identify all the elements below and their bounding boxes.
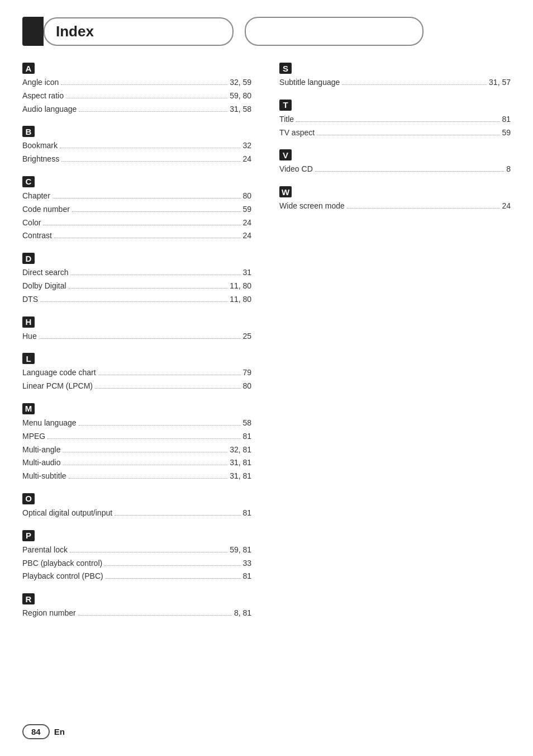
entry-page: 80 bbox=[243, 190, 252, 203]
index-section-c: CChapter80Code number59Color24Contrast24 bbox=[22, 176, 251, 243]
index-section-d: DDirect search31Dolby Digital11, 80DTS11… bbox=[22, 253, 251, 306]
entry-dots bbox=[115, 515, 240, 516]
entry-dots bbox=[315, 171, 504, 172]
entry-page: 79 bbox=[243, 366, 252, 380]
index-entry: Dolby Digital11, 80 bbox=[22, 280, 251, 293]
page-number: 84 bbox=[22, 724, 50, 739]
section-letter: V bbox=[279, 149, 292, 160]
index-entry: Hue25 bbox=[22, 330, 251, 343]
main-content: AAngle icon32, 59Aspect ratio59, 80Audio… bbox=[22, 63, 511, 630]
entry-name: Optical digital output/input bbox=[22, 507, 112, 520]
entry-dots bbox=[61, 84, 227, 85]
entry-name: Multi-angle bbox=[22, 443, 60, 457]
index-entry: Aspect ratio59, 80 bbox=[22, 89, 251, 103]
index-entry: PBC (playback control)33 bbox=[22, 557, 251, 570]
index-entry: Multi-audio31, 81 bbox=[22, 456, 251, 470]
index-entry: Brightness24 bbox=[22, 153, 251, 166]
entry-page: 8 bbox=[506, 163, 511, 176]
entry-page: 80 bbox=[243, 380, 252, 393]
header-right-box bbox=[245, 17, 423, 46]
index-section-t: TTitle81TV aspect59 bbox=[279, 100, 511, 140]
section-letter: O bbox=[22, 493, 35, 504]
entry-page: 31, 81 bbox=[230, 470, 251, 483]
section-letter: D bbox=[22, 253, 35, 264]
entry-dots bbox=[40, 301, 227, 302]
language-label: En bbox=[54, 727, 65, 736]
right-column: SSubtitle language31, 57TTitle81TV aspec… bbox=[268, 63, 511, 630]
entry-page: 59, 81 bbox=[230, 544, 251, 557]
index-section-p: PParental lock59, 81PBC (playback contro… bbox=[22, 530, 251, 583]
index-entry: Video CD8 bbox=[279, 163, 511, 176]
entry-name: Linear PCM (LPCM) bbox=[22, 380, 93, 393]
section-letter: W bbox=[279, 186, 292, 197]
entry-name: Multi-audio bbox=[22, 456, 60, 470]
index-section-b: BBookmark32Brightness24 bbox=[22, 126, 251, 166]
entry-page: 81 bbox=[243, 570, 252, 583]
entry-name: Bookmark bbox=[22, 139, 58, 153]
page: Index AAngle icon32, 59Aspect ratio59, 8… bbox=[0, 0, 533, 756]
index-entry: Direct search31 bbox=[22, 266, 251, 280]
section-letter: M bbox=[22, 403, 35, 414]
header-row: Index bbox=[22, 17, 511, 46]
index-entry: Multi-angle32, 81 bbox=[22, 443, 251, 457]
entry-page: 31, 81 bbox=[230, 456, 251, 470]
header-left: Index bbox=[22, 17, 234, 46]
entry-page: 58 bbox=[243, 417, 252, 430]
entry-dots bbox=[39, 338, 241, 339]
entry-dots bbox=[296, 121, 499, 122]
entry-page: 81 bbox=[243, 507, 252, 520]
header-black-tab bbox=[22, 17, 44, 46]
entry-page: 59 bbox=[502, 126, 511, 140]
entry-dots bbox=[63, 452, 227, 452]
entry-page: 31 bbox=[243, 266, 252, 280]
section-letter: H bbox=[22, 316, 35, 328]
index-section-v: VVideo CD8 bbox=[279, 149, 511, 176]
section-letter: C bbox=[22, 176, 35, 187]
section-letter: S bbox=[279, 63, 292, 74]
entry-name: Code number bbox=[22, 203, 70, 216]
index-entry: TV aspect59 bbox=[279, 126, 511, 140]
entry-name: PBC (playback control) bbox=[22, 557, 102, 570]
index-entry: Chapter80 bbox=[22, 190, 251, 203]
entry-dots bbox=[98, 375, 241, 375]
index-entry: DTS11, 80 bbox=[22, 293, 251, 306]
section-letter: B bbox=[22, 126, 35, 137]
entry-name: Title bbox=[279, 113, 294, 126]
entry-page: 31, 57 bbox=[489, 76, 511, 89]
entry-dots bbox=[70, 275, 240, 275]
section-letter: T bbox=[279, 100, 292, 111]
entry-dots bbox=[104, 565, 240, 566]
entry-page: 32 bbox=[243, 139, 252, 153]
entry-dots bbox=[69, 288, 228, 289]
entry-page: 11, 80 bbox=[230, 280, 251, 293]
entry-dots bbox=[95, 388, 240, 389]
entry-name: Subtitle language bbox=[279, 76, 340, 89]
entry-name: TV aspect bbox=[279, 126, 315, 140]
entry-page: 32, 59 bbox=[230, 76, 251, 89]
index-section-s: SSubtitle language31, 57 bbox=[279, 63, 511, 89]
entry-dots bbox=[61, 161, 240, 162]
index-section-o: OOptical digital output/input81 bbox=[22, 493, 251, 520]
section-letter: L bbox=[22, 353, 35, 364]
entry-dots bbox=[72, 211, 241, 212]
entry-dots bbox=[63, 465, 227, 465]
entry-dots bbox=[60, 148, 240, 148]
index-entry: Bookmark32 bbox=[22, 139, 251, 153]
entry-page: 59, 80 bbox=[230, 89, 251, 103]
entry-name: Chapter bbox=[22, 190, 50, 203]
entry-dots bbox=[347, 208, 500, 209]
index-entry: Menu language58 bbox=[22, 417, 251, 430]
section-letter: R bbox=[22, 593, 35, 604]
entry-name: MPEG bbox=[22, 430, 45, 443]
index-entry: Audio language31, 58 bbox=[22, 103, 251, 116]
entry-name: Region number bbox=[22, 607, 76, 620]
entry-dots bbox=[79, 425, 241, 426]
index-entry: Contrast24 bbox=[22, 229, 251, 243]
entry-name: Color bbox=[22, 216, 41, 230]
entry-page: 24 bbox=[243, 229, 252, 243]
entry-dots bbox=[342, 84, 487, 85]
entry-page: 24 bbox=[243, 153, 252, 166]
entry-page: 81 bbox=[502, 113, 511, 126]
entry-page: 33 bbox=[243, 557, 252, 570]
index-entry: Linear PCM (LPCM)80 bbox=[22, 380, 251, 393]
